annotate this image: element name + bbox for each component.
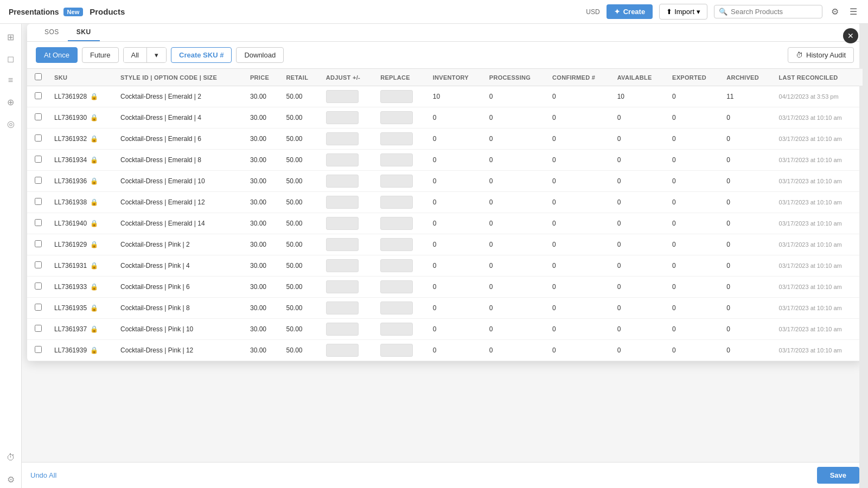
replace-input[interactable] xyxy=(380,196,413,209)
row-checkbox[interactable] xyxy=(35,282,42,290)
adjust-input[interactable] xyxy=(326,344,359,357)
save-button[interactable]: Save xyxy=(817,467,859,484)
col-archived[interactable]: ARCHIVED xyxy=(721,69,773,86)
adjust-input[interactable] xyxy=(326,217,359,230)
sidebar-gear-icon[interactable]: ⚙ xyxy=(2,471,20,488)
replace-input[interactable] xyxy=(380,301,413,314)
row-checkbox[interactable] xyxy=(35,177,42,184)
adjust-cell[interactable] xyxy=(321,234,375,255)
replace-input[interactable] xyxy=(380,175,413,188)
adjust-input[interactable] xyxy=(326,90,359,103)
replace-input[interactable] xyxy=(380,90,413,103)
replace-cell[interactable] xyxy=(375,277,427,298)
replace-cell[interactable] xyxy=(375,150,427,171)
adjust-input[interactable] xyxy=(326,153,359,166)
col-adjust[interactable]: ADJUST +/- xyxy=(321,69,375,86)
col-reconciled[interactable]: LAST RECONCILED xyxy=(774,69,863,86)
adjust-input[interactable] xyxy=(326,175,359,188)
replace-cell[interactable] xyxy=(375,234,427,255)
row-checkbox[interactable] xyxy=(35,113,42,120)
adjust-input[interactable] xyxy=(326,280,359,293)
adjust-input[interactable] xyxy=(326,301,359,314)
adjust-input[interactable] xyxy=(326,132,359,145)
adjust-input[interactable] xyxy=(326,259,359,272)
adjust-cell[interactable] xyxy=(321,319,375,340)
import-button[interactable]: ⬆ Import ▾ xyxy=(659,4,707,20)
adjust-input[interactable] xyxy=(326,323,359,336)
col-sku[interactable]: SKU xyxy=(49,69,115,86)
row-checkbox[interactable] xyxy=(35,261,42,268)
future-button[interactable]: Future xyxy=(82,47,119,63)
replace-cell[interactable] xyxy=(375,213,427,234)
replace-cell[interactable] xyxy=(375,298,427,319)
adjust-input[interactable] xyxy=(326,238,359,251)
adjust-input[interactable] xyxy=(326,196,359,209)
col-style[interactable]: STYLE ID | OPTION CODE | SIZE xyxy=(115,69,245,86)
col-exported[interactable]: EXPORTED xyxy=(667,69,721,86)
row-checkbox[interactable] xyxy=(35,92,42,99)
adjust-cell[interactable] xyxy=(321,129,375,150)
replace-input[interactable] xyxy=(380,132,413,145)
all-button[interactable]: All xyxy=(124,48,147,62)
presentations-button[interactable]: Presentations New xyxy=(9,8,83,16)
row-checkbox[interactable] xyxy=(35,346,42,353)
adjust-cell[interactable] xyxy=(321,255,375,277)
sidebar-add-icon[interactable]: ⊕ xyxy=(2,93,20,111)
adjust-cell[interactable] xyxy=(321,171,375,192)
search-input[interactable] xyxy=(731,8,818,16)
col-replace[interactable]: REPLACE xyxy=(375,69,427,86)
row-checkbox[interactable] xyxy=(35,240,42,247)
replace-input[interactable] xyxy=(380,259,413,272)
at-once-button[interactable]: At Once xyxy=(36,47,78,63)
replace-cell[interactable] xyxy=(375,340,427,361)
sidebar-home-icon[interactable]: ⊞ xyxy=(2,28,20,46)
undo-all-button[interactable]: Undo All xyxy=(30,471,56,479)
replace-cell[interactable] xyxy=(375,255,427,277)
row-checkbox[interactable] xyxy=(35,198,42,205)
adjust-cell[interactable] xyxy=(321,213,375,234)
all-dropdown-button[interactable]: ▾ xyxy=(147,48,166,62)
col-retail[interactable]: RETAIL xyxy=(281,69,321,86)
replace-input[interactable] xyxy=(380,323,413,336)
sidebar-box-icon[interactable]: ◻ xyxy=(2,50,20,67)
replace-input[interactable] xyxy=(380,238,413,251)
create-sku-button[interactable]: Create SKU # xyxy=(171,47,232,63)
download-button[interactable]: Download xyxy=(236,47,284,63)
select-all-checkbox[interactable] xyxy=(35,73,42,80)
col-price[interactable]: PRICE xyxy=(245,69,281,86)
close-button[interactable]: ✕ xyxy=(843,28,858,43)
row-checkbox[interactable] xyxy=(35,304,42,311)
tab-sos[interactable]: SOS xyxy=(36,24,68,41)
replace-cell[interactable] xyxy=(375,171,427,192)
replace-cell[interactable] xyxy=(375,107,427,129)
col-inventory[interactable]: INVENTORY xyxy=(427,69,484,86)
replace-cell[interactable] xyxy=(375,192,427,213)
replace-input[interactable] xyxy=(380,217,413,230)
row-checkbox[interactable] xyxy=(35,219,42,226)
adjust-cell[interactable] xyxy=(321,277,375,298)
history-audit-button[interactable]: ⏱ History Audit xyxy=(788,47,854,63)
col-available[interactable]: AVAILABLE xyxy=(612,69,667,86)
replace-cell[interactable] xyxy=(375,86,427,107)
adjust-cell[interactable] xyxy=(321,107,375,129)
replace-cell[interactable] xyxy=(375,319,427,340)
replace-input[interactable] xyxy=(380,153,413,166)
replace-input[interactable] xyxy=(380,344,413,357)
sidebar-circle-icon[interactable]: ◎ xyxy=(2,115,20,132)
row-checkbox[interactable] xyxy=(35,156,42,163)
create-button[interactable]: ✦ Create xyxy=(607,4,653,19)
adjust-cell[interactable] xyxy=(321,340,375,361)
replace-input[interactable] xyxy=(380,111,413,124)
adjust-input[interactable] xyxy=(326,111,359,124)
tab-sku[interactable]: SKU xyxy=(68,24,100,41)
row-checkbox[interactable] xyxy=(35,134,42,142)
col-confirmed[interactable]: CONFIRMED # xyxy=(547,69,612,86)
replace-cell[interactable] xyxy=(375,129,427,150)
adjust-cell[interactable] xyxy=(321,150,375,171)
adjust-cell[interactable] xyxy=(321,86,375,107)
adjust-cell[interactable] xyxy=(321,298,375,319)
replace-input[interactable] xyxy=(380,280,413,293)
col-processing[interactable]: PROCESSING xyxy=(484,69,547,86)
settings-icon-button[interactable]: ☰ xyxy=(847,4,859,19)
row-checkbox[interactable] xyxy=(35,325,42,332)
